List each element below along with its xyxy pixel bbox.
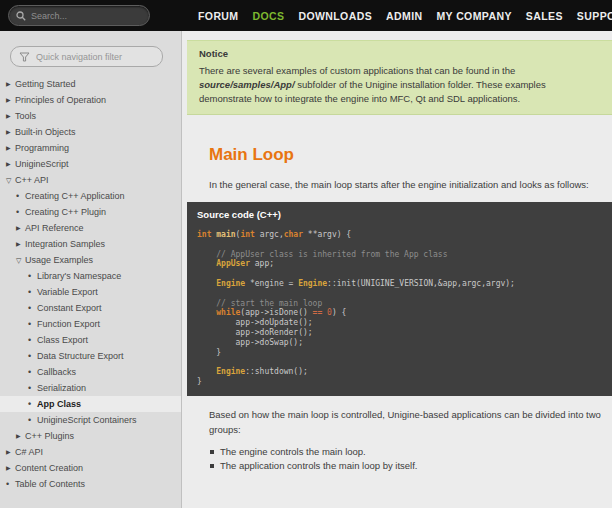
sidebar-item-usage-examples[interactable]: ▽Usage Examples xyxy=(0,252,181,268)
sidebar-item-label: Function Export xyxy=(37,319,100,329)
sidebar-item-tools[interactable]: ▶Tools xyxy=(0,108,181,124)
triangle-right-icon: ▶ xyxy=(6,161,15,167)
sidebar-item-programming[interactable]: ▶Programming xyxy=(0,140,181,156)
sidebar-item-c-plugins[interactable]: ▶C++ Plugins xyxy=(0,428,181,444)
list-item: The engine controls the main loop. xyxy=(210,445,612,459)
navigation-tree: ▶Getting Started▶Principles of Operation… xyxy=(0,76,181,492)
topnav-item-downloads[interactable]: DOWNLOADS xyxy=(298,10,372,22)
bullet-icon: • xyxy=(28,368,37,377)
sidebar-item-principles-of-operation[interactable]: ▶Principles of Operation xyxy=(0,92,181,108)
sidebar-item-c-api[interactable]: ▽C++ API xyxy=(0,172,181,188)
sidebar-item-label: Integration Samples xyxy=(25,239,105,249)
sidebar-item-library-s-namespace[interactable]: •Library's Namespace xyxy=(0,268,181,284)
top-navigation: FORUMDOCSDOWNLOADSADMINMY COMPANYSALESSU… xyxy=(198,10,612,22)
sidebar-item-getting-started[interactable]: ▶Getting Started xyxy=(0,76,181,92)
sidebar-item-label: Callbacks xyxy=(37,367,76,377)
code-line: app->doRender(); xyxy=(197,328,604,338)
sidebar-item-c-api[interactable]: ▶C# API xyxy=(0,444,181,460)
code-line: Engine::shutdown(); xyxy=(197,367,604,377)
topnav-item-docs[interactable]: DOCS xyxy=(253,10,285,22)
bullet-icon: • xyxy=(6,480,15,489)
triangle-down-icon: ▽ xyxy=(6,177,15,184)
search-icon xyxy=(16,11,26,21)
topnav-item-sales[interactable]: SALES xyxy=(526,10,563,22)
sidebar-item-label: C++ Plugins xyxy=(25,431,74,441)
triangle-right-icon: ▶ xyxy=(16,241,25,247)
list-item: The application controls the main loop b… xyxy=(210,459,612,473)
sidebar-item-data-structure-export[interactable]: •Data Structure Export xyxy=(0,348,181,364)
main-content: Notice There are several examples of cus… xyxy=(182,31,612,508)
sidebar-item-built-in-objects[interactable]: ▶Built-in Objects xyxy=(0,124,181,140)
sidebar-item-callbacks[interactable]: •Callbacks xyxy=(0,364,181,380)
bullet-icon: • xyxy=(28,416,37,425)
sidebar-item-label: Content Creation xyxy=(15,463,83,473)
sidebar-item-label: API Reference xyxy=(25,223,84,233)
sidebar-item-function-export[interactable]: •Function Export xyxy=(0,316,181,332)
code-body: int main(int argc,char **argv) { // AppU… xyxy=(197,230,604,387)
intro-paragraph: In the general case, the main loop start… xyxy=(209,177,604,192)
bullet-icon: • xyxy=(28,288,37,297)
bullet-icon: • xyxy=(28,352,37,361)
topnav-item-admin[interactable]: ADMIN xyxy=(386,10,422,22)
sidebar-item-creating-c-plugin[interactable]: •Creating C++ Plugin xyxy=(0,204,181,220)
bullet-icon: • xyxy=(28,384,37,393)
sidebar-item-creating-c-application[interactable]: •Creating C++ Application xyxy=(0,188,181,204)
sidebar-item-label: Creating C++ Plugin xyxy=(25,207,106,217)
sidebar-item-label: Built-in Objects xyxy=(15,127,76,137)
sidebar-item-label: Principles of Operation xyxy=(15,95,106,105)
code-line: app->doSwap(); xyxy=(197,338,604,348)
code-line xyxy=(197,289,604,299)
search-input[interactable] xyxy=(31,11,149,21)
notice-text: There are several examples of custom app… xyxy=(199,64,600,106)
topnav-item-forum[interactable]: FORUM xyxy=(198,10,239,22)
bullet-icon: • xyxy=(28,304,37,313)
sidebar-item-label: Getting Started xyxy=(15,79,76,89)
notice-box: Notice There are several examples of cus… xyxy=(187,40,612,115)
top-bar: FORUMDOCSDOWNLOADSADMINMY COMPANYSALESSU… xyxy=(0,0,612,31)
code-line xyxy=(197,269,604,279)
sidebar-item-label: App Class xyxy=(37,399,81,409)
sidebar-item-label: UnigineScript Containers xyxy=(37,415,137,425)
sidebar-item-label: C# API xyxy=(15,447,43,457)
quick-filter-input[interactable] xyxy=(36,52,151,62)
sidebar-item-constant-export[interactable]: •Constant Export xyxy=(0,300,181,316)
code-line: app->doUpdate(); xyxy=(197,318,604,328)
sidebar-item-label: C++ API xyxy=(15,175,49,185)
bullet-icon: • xyxy=(28,336,37,345)
quick-filter-box[interactable] xyxy=(10,46,163,67)
notice-title: Notice xyxy=(199,48,600,59)
notice-text-before: There are several examples of custom app… xyxy=(199,65,515,76)
code-line: AppUser app; xyxy=(197,259,604,269)
code-block-header: Source code (C++) xyxy=(197,209,604,220)
sidebar-item-content-creation[interactable]: ▶Content Creation xyxy=(0,460,181,476)
sidebar-item-label: Tools xyxy=(15,111,36,121)
sidebar-item-variable-export[interactable]: •Variable Export xyxy=(0,284,181,300)
search-box[interactable] xyxy=(8,5,150,26)
after-code-paragraph: Based on how the main loop is controlled… xyxy=(209,407,604,437)
sidebar-item-app-class[interactable]: •App Class xyxy=(0,396,181,412)
triangle-down-icon: ▽ xyxy=(16,257,25,264)
code-block: Source code (C++) int main(int argc,char… xyxy=(187,202,612,396)
sidebar-item-serialization[interactable]: •Serialization xyxy=(0,380,181,396)
bullet-icon: • xyxy=(28,320,37,329)
docs-page: FORUMDOCSDOWNLOADSADMINMY COMPANYSALESSU… xyxy=(0,0,612,508)
triangle-right-icon: ▶ xyxy=(6,113,15,119)
triangle-right-icon: ▶ xyxy=(16,225,25,231)
sidebar-item-table-of-contents[interactable]: •Table of Contents xyxy=(0,476,181,492)
sidebar-item-label: Data Structure Export xyxy=(37,351,124,361)
topnav-item-my-company[interactable]: MY COMPANY xyxy=(436,10,511,22)
sidebar-item-uniginescript-containers[interactable]: •UnigineScript Containers xyxy=(0,412,181,428)
sidebar-item-integration-samples[interactable]: ▶Integration Samples xyxy=(0,236,181,252)
sidebar-item-class-export[interactable]: •Class Export xyxy=(0,332,181,348)
code-line xyxy=(197,240,604,250)
sidebar-item-api-reference[interactable]: ▶API Reference xyxy=(0,220,181,236)
code-line: while(app->isDone() == 0) { xyxy=(197,308,604,318)
triangle-right-icon: ▶ xyxy=(6,465,15,471)
bullet-icon: • xyxy=(16,192,25,201)
bullet-icon: • xyxy=(28,272,37,281)
sidebar-item-uniginescript[interactable]: ▶UnigineScript xyxy=(0,156,181,172)
topnav-item-support[interactable]: SUPPORT xyxy=(577,10,612,22)
sidebar-item-label: UnigineScript xyxy=(15,159,69,169)
triangle-right-icon: ▶ xyxy=(6,129,15,135)
triangle-right-icon: ▶ xyxy=(6,97,15,103)
